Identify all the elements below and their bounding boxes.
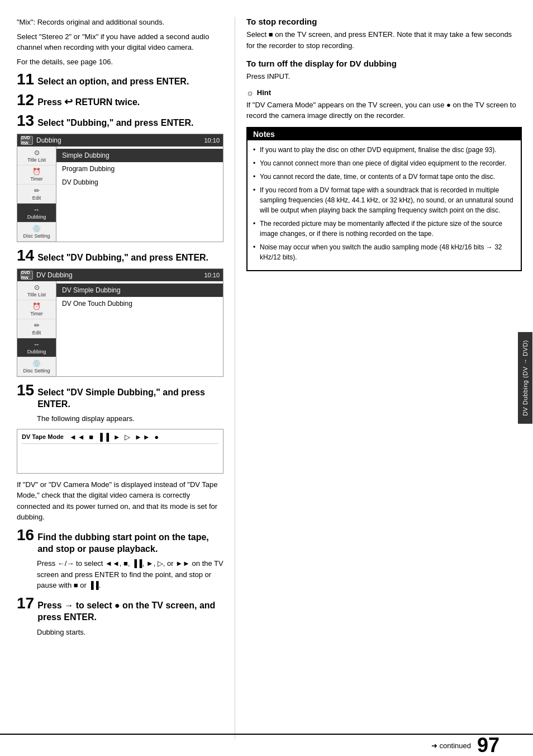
turn-off-heading: To turn off the display for DV dubbing	[246, 59, 522, 68]
step-13-number: 13	[17, 113, 34, 129]
edit-label: Edit	[32, 195, 41, 201]
step-11-heading: 11 Select an option, and press ENTER.	[17, 72, 223, 88]
step-15-heading: 15 Select "DV Simple Dubbing," and press…	[17, 382, 223, 410]
step-11-number: 11	[17, 72, 34, 87]
step-12-heading: 12 Press ↩ RETURN twice.	[17, 92, 223, 108]
step-17-number: 17	[17, 596, 34, 611]
dubbing-menu-title: Dubbing	[36, 136, 61, 144]
edit-label-2: Edit	[32, 330, 41, 336]
note-item-2: You cannot connect more than one piece o…	[253, 158, 515, 168]
dv-dubbing-menu-title: DV Dubbing	[36, 271, 73, 279]
page-number: 97	[477, 734, 499, 756]
step-15-text: Select "DV Simple Dubbing," and press EN…	[37, 387, 223, 410]
menu-item-simple-dubbing[interactable]: Simple Dubbing	[56, 149, 223, 162]
side-tab-text: DV Dubbing (DV → DVD)	[518, 332, 532, 424]
menu-sidebar-dubbing[interactable]: ↔ Dubbing	[17, 204, 56, 223]
step-16-number: 16	[17, 527, 34, 543]
intro-line2: Select "Stereo 2" or "Mix" if you have a…	[17, 31, 223, 53]
menu2-sidebar-timer[interactable]: ⏰ Timer	[17, 300, 56, 319]
step-17-subtext: Dubbing starts.	[37, 627, 223, 638]
hint-heading: Hint	[257, 88, 271, 97]
step-13-heading: 13 Select "Dubbing," and press ENTER.	[17, 113, 223, 129]
hint-box: ☼ Hint If "DV Camera Mode" appears on th…	[246, 88, 522, 121]
step-12-text: Press ↩ RETURN twice.	[37, 96, 140, 108]
note-item-6: Noise may occur when you switch the audi…	[253, 242, 515, 262]
menu-item-program-dubbing[interactable]: Program Dubbing	[56, 162, 223, 176]
dv-display-box: DV Tape Mode ◄◄ ■ ▐▐ ► ▷ ►► ●	[17, 429, 223, 474]
dubbing-menu-sidebar: ⊙ Title List ⏰ Timer ✏ Edit ↔ Dubbing	[17, 147, 56, 242]
edit-icon-2: ✏	[34, 322, 40, 329]
menu-sidebar-edit[interactable]: ✏ Edit	[17, 185, 56, 204]
menu-item-dv-dubbing[interactable]: DV Dubbing	[56, 176, 223, 189]
hint-text: If "DV Camera Mode" appears on the TV sc…	[246, 100, 522, 121]
dubbing-menu-header-left: DVD RW Dubbing	[21, 136, 61, 145]
hint-icon: ☼	[246, 88, 254, 97]
step-16-heading: 16 Find the dubbing start point on the t…	[17, 527, 223, 555]
dubbing-label-2: Dubbing	[27, 349, 46, 355]
dubbing-menu-header: DVD RW Dubbing 10:10	[17, 134, 223, 147]
hint-title: ☼ Hint	[246, 88, 522, 97]
dv-display-header: DV Tape Mode ◄◄ ■ ▐▐ ► ▷ ►► ●	[22, 433, 218, 444]
step-15-subtext: The following display appears.	[37, 413, 223, 424]
right-column: To stop recording Select ■ on the TV scr…	[235, 17, 533, 739]
step-14-text: Select "DV Dubbing," and press ENTER.	[37, 252, 208, 264]
note-item-4: If you record from a DV format tape with…	[253, 185, 515, 215]
menu-sidebar-disc-setting[interactable]: 💿 Disc Setting	[17, 223, 56, 242]
note-item-5: The recorded picture may be momentarily …	[253, 219, 515, 239]
menu2-sidebar-dubbing[interactable]: ↔ Dubbing	[17, 338, 56, 357]
continued-label: continued	[440, 741, 471, 750]
notes-header: Notes	[248, 128, 521, 140]
menu-item-dv-simple-dubbing[interactable]: DV Simple Dubbing	[56, 284, 223, 297]
title-list-label: Title List	[27, 157, 46, 163]
dvd-icon: DVD RW	[21, 136, 33, 145]
notes-box: Notes If you want to play the disc on ot…	[246, 127, 522, 271]
step-16-subtext: Press ←/→ to select ◄◄, ■, ▐▐, ►, ▷, or …	[37, 558, 223, 591]
dv-mode-label: DV Tape Mode	[22, 433, 64, 440]
continued-text: ➜ continued	[431, 741, 471, 750]
step-13-text: Select "Dubbing," and press ENTER.	[37, 117, 193, 129]
step-15-number: 15	[17, 382, 34, 398]
left-column: "Mix": Records original and additional s…	[0, 17, 235, 739]
dubbing-menu-box: DVD RW Dubbing 10:10 ⊙ Title List ⏰ Time…	[17, 134, 223, 242]
step-17-text: Press → to select ● on the TV screen, an…	[37, 600, 223, 623]
stop-recording-heading: To stop recording	[246, 17, 522, 26]
dubbing-menu-content: Simple Dubbing Program Dubbing DV Dubbin…	[56, 147, 223, 242]
dv-dubbing-menu-header-left: DVD RW DV Dubbing	[21, 271, 73, 280]
note-item-1: If you want to play the disc on other DV…	[253, 145, 515, 155]
note-item-3: You cannot record the date, time, or con…	[253, 172, 515, 182]
bottom-bar: ➜ continued 97	[0, 734, 533, 756]
intro-line1: "Mix": Records original and additional s…	[17, 17, 223, 28]
title-list-icon-2: ⊙	[34, 284, 40, 291]
menu-sidebar-title-list[interactable]: ⊙ Title List	[17, 147, 56, 166]
menu-sidebar-timer[interactable]: ⏰ Timer	[17, 166, 56, 185]
menu2-sidebar-edit[interactable]: ✏ Edit	[17, 319, 56, 338]
intro-line3: For the details, see page 106.	[17, 56, 223, 68]
menu2-sidebar-title-list[interactable]: ⊙ Title List	[17, 281, 56, 300]
turn-off-text: Press INPUT.	[246, 71, 522, 82]
dubbing-menu-body: ⊙ Title List ⏰ Timer ✏ Edit ↔ Dubbing	[17, 147, 223, 242]
notes-content: If you want to play the disc on other DV…	[248, 140, 521, 270]
dubbing-icon-2: ↔	[34, 341, 40, 348]
dv-controls: ◄◄ ■ ▐▐ ► ▷ ►► ●	[69, 433, 160, 441]
title-list-label-2: Title List	[27, 292, 46, 297]
disc-setting-label-2: Disc Setting	[23, 368, 50, 374]
side-tab-container: DV Dubbing (DV → DVD)	[517, 196, 533, 560]
timer-label: Timer	[30, 176, 43, 182]
arrow-icon: ➜	[431, 741, 437, 750]
step-11-text: Select an option, and press ENTER.	[37, 76, 189, 88]
dv-dubbing-menu-header: DVD RW DV Dubbing 10:10	[17, 269, 223, 281]
menu-item-dv-one-touch-dubbing[interactable]: DV One Touch Dubbing	[56, 297, 223, 310]
stop-recording-text: Select ■ on the TV screen, and press ENT…	[246, 29, 522, 51]
title-list-icon: ⊙	[34, 149, 40, 157]
disc-setting-label: Disc Setting	[23, 233, 50, 239]
dubbing-menu-time: 10:10	[204, 137, 220, 144]
menu2-sidebar-disc-setting[interactable]: 💿 Disc Setting	[17, 357, 56, 376]
step-12-number: 12	[17, 92, 34, 108]
dv-dubbing-menu-time: 10:10	[204, 272, 220, 278]
step-14-number: 14	[17, 248, 34, 263]
timer-label-2: Timer	[30, 311, 43, 316]
dv-dubbing-menu-content: DV Simple Dubbing DV One Touch Dubbing	[56, 281, 223, 376]
dubbing-label: Dubbing	[27, 214, 46, 220]
step-17-heading: 17 Press → to select ● on the TV screen,…	[17, 596, 223, 623]
dv-mode-text: If "DV" or "DV Camera Mode" is displayed…	[17, 479, 223, 523]
